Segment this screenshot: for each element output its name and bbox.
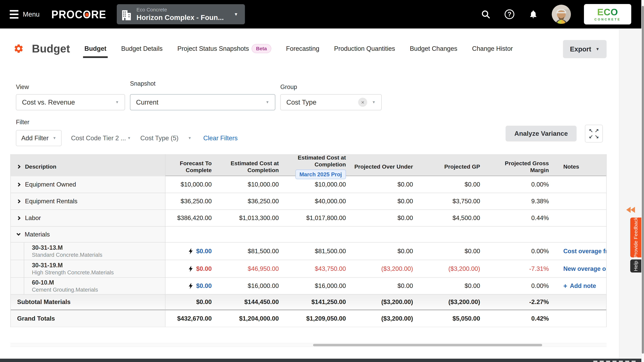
row-description[interactable]: Materials <box>11 227 166 242</box>
notifications-bell-icon[interactable] <box>528 9 539 19</box>
column-header-projected-gross-margin[interactable]: Projected Gross Margin <box>485 154 554 179</box>
cell-value: $46,950.00 <box>217 260 284 277</box>
table-row-high-strength-concrete: 30-31-19.M High Strength Concrete.Materi… <box>11 260 606 277</box>
tab-change-history[interactable]: Change Histor <box>472 45 513 52</box>
chevron-right-icon[interactable] <box>16 183 20 187</box>
note-link[interactable]: New overage on m <box>563 265 606 272</box>
view-dropdown[interactable]: Cost vs. Revenue <box>16 94 125 110</box>
cell-value: ($3,200.00) <box>351 295 418 309</box>
column-header-projected-gp[interactable]: Projected GP <box>418 154 485 179</box>
tab-forecasting[interactable]: Forecasting <box>286 45 320 52</box>
tab-production-quantities[interactable]: Production Quantities <box>334 45 395 52</box>
table-row-grand-totals: Grand Totals $432,670.00 $1,204,000.00 $… <box>11 310 606 327</box>
snapshot-dropdown[interactable]: Current <box>130 94 275 110</box>
subtotal-label: Subtotal Materials <box>11 295 166 309</box>
column-header-forecast-to-complete[interactable]: Forecast To Complete <box>166 154 217 179</box>
cell-value: $0.00 <box>351 193 418 210</box>
cell-value: $432,670.00 <box>166 310 217 327</box>
forecast-amount-link[interactable]: $0.00 <box>196 248 212 255</box>
chevron-down-icon <box>188 136 192 140</box>
cell-notes <box>554 176 606 193</box>
chevron-down-icon <box>127 136 131 140</box>
cell-value: $0.00 <box>418 243 485 260</box>
cell-value: -2.27% <box>485 295 554 309</box>
horizontal-scrollbar-thumb[interactable] <box>313 344 542 346</box>
group-label: Group <box>280 83 382 90</box>
chevron-right-icon[interactable] <box>16 216 20 220</box>
cell-value: $386,420.00 <box>166 210 217 226</box>
cell-value: $36,250.00 <box>166 193 217 210</box>
clear-filters-link[interactable]: Clear Filters <box>203 135 238 142</box>
fullscreen-expand-icon[interactable]: ↖↗↙↘ <box>585 125 603 142</box>
column-header-estimated-cost-snapshot[interactable]: Estimated Cost at Completion March 2025 … <box>284 154 351 179</box>
vertical-scrollbar[interactable] <box>641 0 644 362</box>
tab-budget[interactable]: Budget <box>84 45 106 52</box>
table-row-cement-grouting: 60-10.M Cement Grouting.Materials $0.00 … <box>11 277 606 294</box>
help-icon[interactable]: ? <box>504 9 515 19</box>
cell-value: 0.00% <box>485 243 554 260</box>
cell-value: $0.00 <box>418 176 485 193</box>
row-description[interactable]: 60-10.M Cement Grouting.Materials <box>11 278 166 294</box>
row-description[interactable]: Equipment Owned <box>11 176 166 193</box>
cell-notes: New overage on m <box>554 260 606 277</box>
row-description[interactable]: 30-31-19.M High Strength Concrete.Materi… <box>11 260 166 277</box>
forecast-amount-link[interactable]: $0.00 <box>196 265 212 272</box>
row-description[interactable]: 30-31-13.M Standard Concrete.Materials <box>11 243 166 260</box>
budget-settings-gear-icon[interactable] <box>14 43 24 54</box>
horizontal-scrollbar[interactable] <box>10 343 606 347</box>
table-row-labor: Labor $386,420.00 $1,013,300.00 $1,017,8… <box>11 210 606 226</box>
cell-notes: Cost overage from <box>554 243 606 260</box>
cell-value: 0.00% <box>485 176 554 193</box>
add-filter-button[interactable]: Add Filter <box>16 130 62 146</box>
tab-budget-details[interactable]: Budget Details <box>121 45 162 52</box>
help-tab[interactable]: Help <box>630 259 641 273</box>
remove-group-icon[interactable] <box>358 98 367 107</box>
cell-value: $81,500.00 <box>284 243 351 260</box>
hamburger-menu-icon[interactable] <box>10 10 18 18</box>
procore-logo[interactable]: PROCORE <box>51 8 106 21</box>
cell-value: $16,000.00 <box>284 278 351 294</box>
row-description[interactable]: Equipment Rentals <box>11 193 166 210</box>
cell-value: $81,500.00 <box>217 243 284 260</box>
analyze-variance-button[interactable]: Analyze Variance <box>506 126 576 141</box>
tab-budget-changes[interactable]: Budget Changes <box>410 45 457 52</box>
brand-o-mark: O <box>83 8 91 21</box>
cost-code: 30-31-13.M <box>32 244 165 251</box>
cell-value: $1,017,800.00 <box>284 210 351 226</box>
chevron-down-icon[interactable] <box>16 232 20 236</box>
chevron-right-icon[interactable] <box>16 165 20 169</box>
column-header-projected-over-under[interactable]: Projected Over Under <box>351 154 418 179</box>
column-header-description[interactable]: Description <box>11 154 166 179</box>
column-header-notes[interactable]: Notes <box>554 154 606 179</box>
cell-forecast-link: $0.00 <box>166 260 217 277</box>
bottom-bar <box>0 359 641 362</box>
cell-forecast-link: $0.00 <box>166 278 217 294</box>
search-icon[interactable] <box>480 9 491 19</box>
filter-chip-cost-code[interactable]: Cost Code Tier 2 ... <box>71 135 131 142</box>
row-description[interactable]: Labor <box>11 210 166 226</box>
user-avatar[interactable] <box>552 5 571 24</box>
table-row-materials-group: Materials <box>11 226 606 242</box>
cell-value: ($3,200.00) <box>418 260 485 277</box>
cell-value: $10,000.00 <box>217 176 284 193</box>
logo-text-eco: ECO <box>597 7 618 17</box>
provide-feedback-tab[interactable]: Provide Feedback <box>630 218 641 257</box>
chevron-right-icon[interactable] <box>16 199 20 203</box>
tab-project-status-snapshots[interactable]: Project Status Snapshots Beta <box>177 44 271 53</box>
group-dropdown[interactable]: Cost Type <box>280 94 382 110</box>
cell-value: $0.00 <box>351 210 418 226</box>
export-button[interactable]: Export <box>563 40 606 58</box>
collapse-panel-icon[interactable] <box>625 206 636 213</box>
project-selector[interactable]: Eco Concrete Horizon Complex - Foun... ▼ <box>117 4 245 24</box>
add-note-button[interactable]: Add note <box>563 282 596 290</box>
main-content: Budget Budget Budget Details Project Sta… <box>0 28 641 362</box>
company-logo-eco-concrete[interactable]: ECO CONCRETE <box>584 4 631 24</box>
cell-value: $1,204,000.00 <box>217 310 284 327</box>
vertical-scrollbar-thumb[interactable] <box>642 6 644 354</box>
filter-chip-cost-type[interactable]: Cost Type (5) <box>140 135 192 142</box>
note-link[interactable]: Cost overage from <box>563 248 606 255</box>
column-header-estimated-cost-at-completion[interactable]: Estimated Cost at Completion <box>217 154 284 179</box>
forecast-amount-link[interactable]: $0.00 <box>196 282 212 290</box>
snapshot-label: Snapshot <box>130 80 275 87</box>
menu-label[interactable]: Menu <box>23 10 40 18</box>
